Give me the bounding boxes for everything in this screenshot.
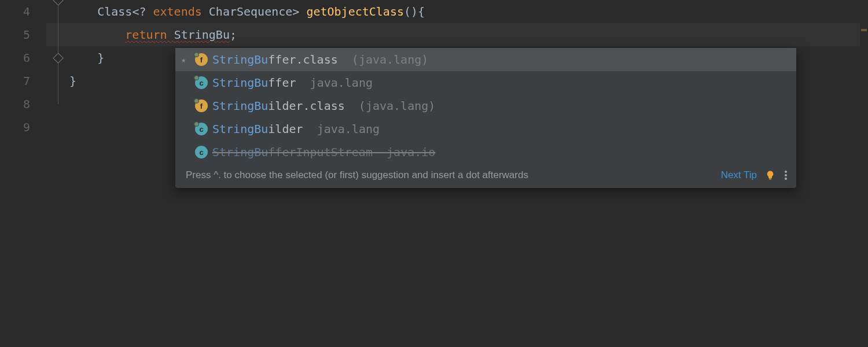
fold-marker-icon[interactable] — [53, 0, 63, 6]
code-line[interactable]: Class<? extends CharSequence> getObjectC… — [69, 0, 868, 23]
kebab-menu-icon[interactable] — [784, 171, 788, 180]
token: } — [69, 74, 76, 88]
fold-marker-icon[interactable] — [53, 53, 63, 63]
token-keyword: return — [125, 28, 174, 42]
static-dot-icon — [194, 52, 199, 57]
completion-item[interactable]: ★fStringBuffer.class (java.lang) — [175, 48, 796, 71]
completion-label: StringBuilder.class (java.lang) — [212, 99, 435, 113]
completion-label: StringBuffer java.lang — [212, 76, 373, 90]
line-number: 7 — [0, 69, 30, 93]
completion-item[interactable]: cStringBuffer java.lang — [175, 71, 796, 94]
token-error: StringBu — [174, 28, 230, 42]
completion-label: StringBuffer.class (java.lang) — [212, 53, 428, 67]
class-icon: c — [195, 76, 208, 89]
token: ; — [230, 28, 237, 42]
completion-label: StringBufferInputStream java.io — [212, 145, 435, 159]
completion-tip-text: Press ^. to choose the selected (or firs… — [186, 169, 528, 181]
completion-item[interactable]: fStringBuilder.class (java.lang) — [175, 94, 796, 117]
token: CharSequence> — [209, 5, 307, 19]
static-dot-icon — [194, 121, 199, 127]
token-method: getObjectClass — [306, 5, 404, 19]
svg-rect-0 — [769, 178, 772, 179]
static-dot-icon — [194, 75, 199, 80]
completion-popup[interactable]: ★fStringBuffer.class (java.lang)cStringB… — [175, 48, 796, 188]
class-icon: c — [195, 123, 208, 135]
gutter: 4 5 6 7 8 9 — [0, 0, 46, 347]
line-number: 6 — [0, 46, 30, 69]
star-icon: ★ — [181, 55, 190, 64]
indent — [69, 28, 125, 42]
field-icon: f — [195, 53, 208, 66]
token: (){ — [404, 5, 425, 19]
code-line[interactable]: return StringBu; — [69, 23, 868, 46]
line-number: 8 — [0, 93, 30, 116]
line-number: 9 — [0, 116, 30, 139]
next-tip-link[interactable]: Next Tip — [721, 169, 757, 181]
completion-label: StringBuilder java.lang — [212, 122, 380, 136]
token: Class<? — [97, 5, 153, 19]
static-dot-icon — [194, 98, 199, 104]
indent — [69, 5, 97, 19]
token-keyword: extends — [153, 5, 209, 19]
completion-footer: Press ^. to choose the selected (or firs… — [175, 164, 796, 188]
completion-item[interactable]: cStringBufferInputStream java.io — [175, 141, 796, 164]
field-icon: f — [195, 99, 208, 112]
token: } — [69, 51, 104, 65]
class-icon: c — [195, 146, 208, 158]
bulb-icon[interactable] — [765, 170, 775, 180]
completion-item[interactable]: cStringBuilder java.lang — [175, 117, 796, 141]
line-number: 4 — [0, 0, 30, 23]
line-number: 5 — [0, 23, 30, 46]
